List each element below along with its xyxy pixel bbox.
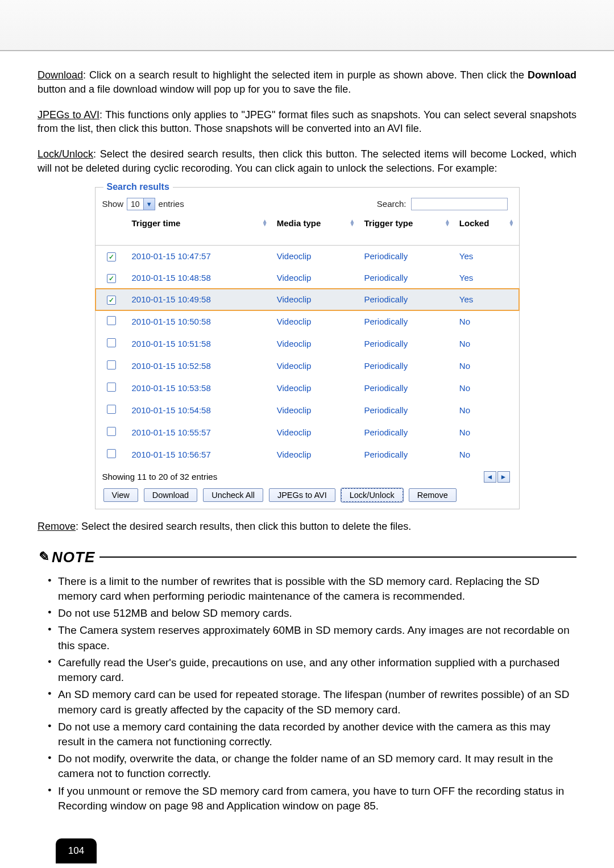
download-body-1: : Click on a search result to highlight … <box>83 69 528 81</box>
table-row[interactable]: 2010-01-15 10:54:58VideoclipPeriodically… <box>96 399 519 421</box>
cell-media-type: Videoclip <box>272 399 360 421</box>
next-page-button[interactable]: ► <box>497 471 510 483</box>
cell-media-type: Videoclip <box>272 245 360 267</box>
cell-media-type: Videoclip <box>272 355 360 377</box>
sort-icon: ▲▼ <box>445 219 450 227</box>
results-table: Trigger time▲▼ Media type▲▼ Trigger type… <box>96 213 519 466</box>
row-checkbox[interactable] <box>107 449 116 458</box>
view-button[interactable]: View <box>103 488 138 502</box>
cell-locked: Yes <box>455 289 519 310</box>
cell-trigger-time: 2010-01-15 10:52:58 <box>127 355 272 377</box>
lock-paragraph: Lock/Unlock: Select the desired search r… <box>38 147 576 176</box>
table-row[interactable]: 2010-01-15 10:53:58VideoclipPeriodically… <box>96 377 519 399</box>
notes-list: There is a limit to the number of rewrit… <box>38 574 576 813</box>
cell-trigger-type: Periodically <box>359 377 454 399</box>
download-paragraph: Download: Click on a search result to hi… <box>38 68 576 97</box>
row-checkbox[interactable]: ✓ <box>107 274 116 283</box>
row-checkbox[interactable]: ✓ <box>107 296 116 305</box>
cell-locked: Yes <box>455 267 519 289</box>
cell-media-type: Videoclip <box>272 421 360 443</box>
cell-trigger-type: Periodically <box>359 399 454 421</box>
row-checkbox[interactable] <box>107 360 116 369</box>
cell-media-type: Videoclip <box>272 377 360 399</box>
show-label: Show <box>102 199 124 209</box>
lock-heading: Lock/Unlock <box>38 148 93 160</box>
row-checkbox[interactable]: ✓ <box>107 252 116 261</box>
cell-trigger-time: 2010-01-15 10:47:57 <box>127 245 272 267</box>
table-row[interactable]: ✓2010-01-15 10:47:57VideoclipPeriodicall… <box>96 245 519 267</box>
sort-icon: ▲▼ <box>509 219 515 227</box>
pen-icon: ✎ <box>36 549 51 566</box>
search-input[interactable] <box>411 198 508 210</box>
col-media-type[interactable]: Media type▲▼ <box>272 213 360 234</box>
cell-locked: No <box>455 333 519 355</box>
download-body-2: button and a file download window will p… <box>38 84 351 95</box>
note-item: Do not modify, overwrite the data, or ch… <box>48 751 576 781</box>
note-item: Do not use a memory card containing the … <box>48 720 576 749</box>
panel-legend: Search results <box>103 182 173 192</box>
cell-trigger-type: Periodically <box>359 267 454 289</box>
cell-trigger-time: 2010-01-15 10:53:58 <box>127 377 272 399</box>
table-row[interactable]: 2010-01-15 10:56:57VideoclipPeriodically… <box>96 443 519 466</box>
cell-trigger-time: 2010-01-15 10:48:58 <box>127 267 272 289</box>
download-button[interactable]: Download <box>144 488 198 502</box>
cell-media-type: Videoclip <box>272 289 360 310</box>
cell-trigger-time: 2010-01-15 10:49:58 <box>127 289 272 310</box>
note-item: If you unmount or remove the SD memory c… <box>48 784 576 813</box>
search-results-panel: Search results Show 10 ▼ entries Search: <box>95 187 520 509</box>
cell-locked: No <box>455 310 519 333</box>
cell-trigger-type: Periodically <box>359 421 454 443</box>
search-label: Search: <box>377 199 406 209</box>
jpegs-heading: JPEGs to AVI <box>38 109 99 121</box>
prev-page-button[interactable]: ◄ <box>484 471 496 483</box>
table-row[interactable]: 2010-01-15 10:52:58VideoclipPeriodically… <box>96 355 519 377</box>
cell-locked: No <box>455 443 519 466</box>
cell-trigger-type: Periodically <box>359 289 454 310</box>
cell-media-type: Videoclip <box>272 267 360 289</box>
row-checkbox[interactable] <box>107 316 116 325</box>
cell-trigger-time: 2010-01-15 10:50:58 <box>127 310 272 333</box>
row-checkbox[interactable] <box>107 338 116 347</box>
cell-media-type: Videoclip <box>272 443 360 466</box>
cell-trigger-time: 2010-01-15 10:51:58 <box>127 333 272 355</box>
row-checkbox[interactable] <box>107 383 116 392</box>
uncheck-all-button[interactable]: Uncheck All <box>203 488 263 502</box>
note-title: NOTE <box>52 549 95 566</box>
cell-trigger-type: Periodically <box>359 443 454 466</box>
cell-trigger-type: Periodically <box>359 245 454 267</box>
cell-trigger-type: Periodically <box>359 333 454 355</box>
sort-icon: ▲▼ <box>350 219 355 227</box>
jpegs-body: : This functions only applies to "JPEG" … <box>38 109 576 135</box>
remove-paragraph: Remove: Select the desired search result… <box>38 520 576 534</box>
table-row[interactable]: 2010-01-15 10:51:58VideoclipPeriodically… <box>96 333 519 355</box>
page-content: Download: Click on a search result to hi… <box>0 51 614 868</box>
note-item: Do not use 512MB and below SD memory car… <box>48 606 576 621</box>
col-trigger-type[interactable]: Trigger type▲▼ <box>359 213 454 234</box>
table-row[interactable]: ✓2010-01-15 10:48:58VideoclipPeriodicall… <box>96 267 519 289</box>
table-row[interactable]: ✓2010-01-15 10:49:58VideoclipPeriodicall… <box>96 289 519 310</box>
entries-select[interactable]: 10 ▼ <box>127 198 155 210</box>
table-row[interactable]: 2010-01-15 10:50:58VideoclipPeriodically… <box>96 310 519 333</box>
note-item: There is a limit to the number of rewrit… <box>48 574 576 604</box>
table-row[interactable]: 2010-01-15 10:55:57VideoclipPeriodically… <box>96 421 519 443</box>
row-checkbox[interactable] <box>107 427 116 436</box>
page-number: 104 <box>56 838 97 863</box>
header-band <box>0 0 614 51</box>
lock-unlock-button[interactable]: Lock/Unlock <box>341 488 403 502</box>
note-item: The Camera system reserves approximately… <box>48 623 576 653</box>
row-checkbox[interactable] <box>107 405 116 414</box>
col-locked[interactable]: Locked▲▼ <box>455 213 519 234</box>
chevron-down-icon: ▼ <box>143 198 155 210</box>
jpegs-to-avi-button[interactable]: JPEGs to AVI <box>269 488 335 502</box>
remove-heading: Remove <box>38 521 76 532</box>
triangle-left-icon: ◄ <box>487 473 493 481</box>
col-trigger-time[interactable]: Trigger time▲▼ <box>127 213 272 234</box>
cell-locked: No <box>455 377 519 399</box>
lock-body: : Select the desired search results, the… <box>38 148 576 174</box>
entries-select-value: 10 <box>127 200 143 209</box>
remove-button[interactable]: Remove <box>409 488 457 502</box>
cell-locked: No <box>455 355 519 377</box>
cell-locked: No <box>455 399 519 421</box>
download-bold: Download <box>528 69 576 81</box>
cell-trigger-type: Periodically <box>359 310 454 333</box>
